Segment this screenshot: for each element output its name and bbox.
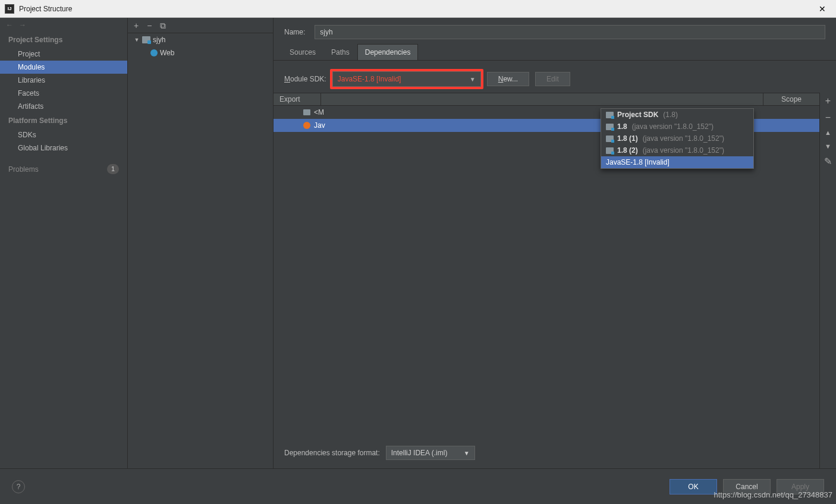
remove-icon[interactable]: − <box>147 21 152 30</box>
cancel-button[interactable]: Cancel <box>723 479 771 494</box>
sdk-option-18[interactable]: 1.8 (java version "1.8.0_152") <box>601 121 753 133</box>
section-project-settings: Project Settings <box>0 32 127 48</box>
remove-dependency-icon[interactable]: − <box>825 113 831 122</box>
tab-paths[interactable]: Paths <box>323 44 357 60</box>
sdk-option-18-1[interactable]: 1.8 (1) (java version "1.8.0_152") <box>601 133 753 144</box>
back-icon[interactable]: ← <box>6 21 13 29</box>
storage-format-combo[interactable]: IntelliJ IDEA (.iml) ▼ <box>386 446 475 460</box>
tree-module-root[interactable]: ▼ sjyh <box>128 33 273 46</box>
chevron-down-icon: ▼ <box>464 450 470 456</box>
section-platform-settings: Platform Settings <box>0 113 127 128</box>
apply-button[interactable]: Apply <box>777 479 824 494</box>
sdk-option-project[interactable]: Project SDK (1.8) <box>601 109 753 121</box>
module-sdk-row: Module SDK: JavaSE-1.8 [Invalid] ▼ New..… <box>274 61 836 93</box>
col-scope[interactable]: Scope <box>763 93 819 105</box>
new-sdk-button[interactable]: New... <box>487 72 529 86</box>
close-icon[interactable]: ✕ <box>813 4 831 14</box>
module-source-icon <box>303 109 310 115</box>
sdk-icon <box>606 136 614 142</box>
forward-icon[interactable]: → <box>19 21 26 29</box>
dependencies-toolbar: + − ▲ ▼ ✎ <box>819 93 836 468</box>
sidebar-item-problems[interactable]: Problems 1 <box>0 160 127 178</box>
storage-row: Dependencies storage format: IntelliJ ID… <box>274 437 819 468</box>
sdk-icon <box>606 124 614 130</box>
expand-icon[interactable]: ▼ <box>134 37 140 43</box>
tree-child-label: Web <box>160 49 174 57</box>
sdk-option-invalid[interactable]: JavaSE-1.8 [Invalid] <box>601 156 753 168</box>
sdk-icon <box>606 147 614 154</box>
name-label: Name: <box>284 28 305 36</box>
edit-dependency-icon[interactable]: ✎ <box>824 157 832 166</box>
tree-facet-web[interactable]: Web <box>128 46 273 59</box>
sidebar-item-project[interactable]: Project <box>0 48 127 61</box>
dep-label: Jav <box>314 121 325 130</box>
edit-sdk-button[interactable]: Edit <box>535 72 570 86</box>
sidebar: ← → Project Settings Project Modules Lib… <box>0 18 128 468</box>
sdk-dropdown[interactable]: Project SDK (1.8) 1.8 (java version "1.8… <box>601 108 754 169</box>
web-icon <box>150 49 158 56</box>
problems-count-badge: 1 <box>107 164 119 174</box>
sdk-option-18-2[interactable]: 1.8 (2) (java version "1.8.0_152") <box>601 144 753 156</box>
name-row: Name: <box>274 18 836 44</box>
ok-button[interactable]: OK <box>670 479 717 494</box>
storage-value: IntelliJ IDEA (.iml) <box>391 449 448 457</box>
tab-sources[interactable]: Sources <box>282 44 323 60</box>
sidebar-item-artifacts[interactable]: Artifacts <box>0 100 127 113</box>
module-icon <box>142 36 150 43</box>
chevron-down-icon: ▼ <box>470 76 476 83</box>
problems-label: Problems <box>8 165 39 174</box>
sidebar-item-modules[interactable]: Modules <box>0 61 127 74</box>
app-icon: IJ <box>5 4 14 14</box>
sidebar-item-libraries[interactable]: Libraries <box>0 74 127 87</box>
dialog-footer: ? OK Cancel Apply <box>0 468 836 504</box>
dep-label: <M <box>314 108 324 116</box>
sidebar-nav: ← → <box>0 18 127 32</box>
sidebar-item-global-libraries[interactable]: Global Libraries <box>0 141 127 155</box>
add-icon[interactable]: + <box>134 21 139 30</box>
tab-dependencies[interactable]: Dependencies <box>357 44 419 60</box>
java-icon <box>303 122 310 129</box>
module-name-input[interactable] <box>315 25 825 39</box>
window-title: Project Structure <box>19 5 813 13</box>
module-sdk-label: Module SDK: <box>284 75 326 83</box>
detail-panel: Name: Sources Paths Dependencies Module … <box>274 18 836 468</box>
move-up-icon[interactable]: ▲ <box>825 130 831 136</box>
help-button[interactable]: ? <box>12 480 25 493</box>
module-tree-panel: + − ⧉ ▼ sjyh Web <box>128 18 274 468</box>
module-sdk-combo[interactable]: JavaSE-1.8 [Invalid] ▼ <box>332 71 481 87</box>
sidebar-item-sdks[interactable]: SDKs <box>0 128 127 141</box>
tree-toolbar: + − ⧉ <box>128 18 273 33</box>
col-export[interactable]: Export <box>274 93 321 105</box>
copy-icon[interactable]: ⧉ <box>160 21 166 30</box>
sidebar-item-facets[interactable]: Facets <box>0 87 127 100</box>
move-down-icon[interactable]: ▼ <box>825 143 831 150</box>
storage-label: Dependencies storage format: <box>284 449 380 457</box>
module-tabs: Sources Paths Dependencies <box>274 44 836 61</box>
title-bar: IJ Project Structure ✕ <box>0 0 836 18</box>
module-sdk-value: JavaSE-1.8 [Invalid] <box>338 75 401 83</box>
sdk-icon <box>606 112 614 118</box>
dependencies-header: Export Scope <box>274 93 819 106</box>
col-name[interactable] <box>321 93 763 105</box>
add-dependency-icon[interactable]: + <box>825 96 831 106</box>
tree-root-label: sjyh <box>153 36 165 44</box>
